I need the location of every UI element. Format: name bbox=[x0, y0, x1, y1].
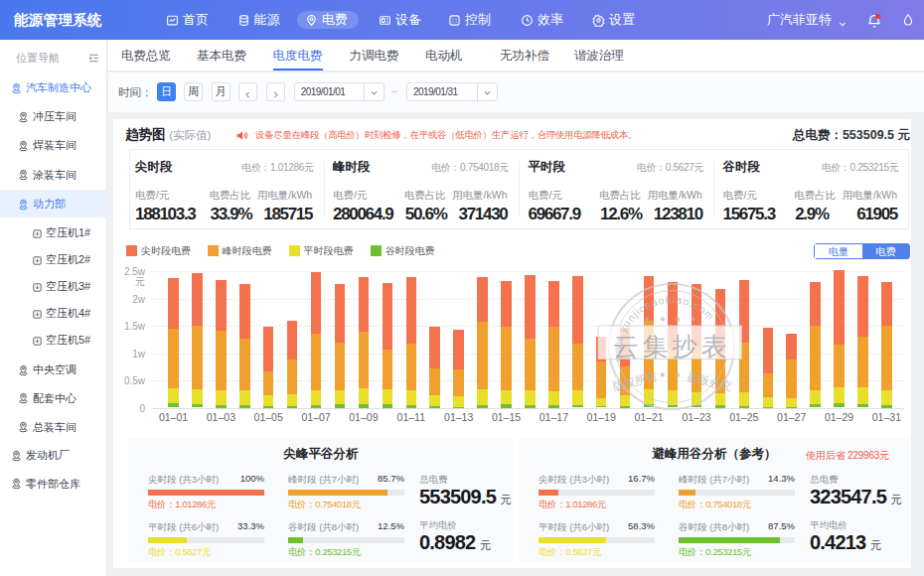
svg-text:盗版必究: 盗版必究 bbox=[686, 370, 733, 393]
svg-text:云集抄表: 云集抄表 bbox=[613, 332, 730, 361]
svg-text:★ ★ ★ ★: ★ ★ ★ ★ bbox=[643, 315, 698, 324]
